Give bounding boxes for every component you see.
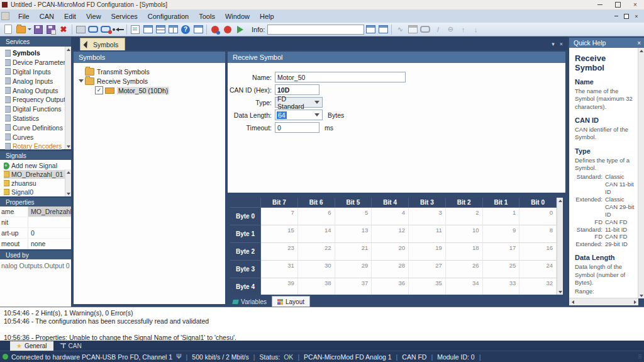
bit-cell[interactable]: 9 (483, 225, 520, 243)
scroll-down-button[interactable] (65, 144, 71, 149)
tab-symbols[interactable]: Symbols (80, 38, 125, 50)
panel-close-button[interactable]: × (560, 41, 563, 47)
bit-cell[interactable]: 16 (519, 243, 557, 261)
panel-pin-button[interactable]: ▾ (552, 41, 555, 47)
bit-cell[interactable]: 29 (335, 261, 372, 278)
sidebar-item-curves[interactable]: Curves (5, 132, 65, 142)
bit-cell[interactable]: 17 (483, 243, 520, 261)
sidebar-item-curve-definitions[interactable]: Curve Definitions (5, 123, 65, 132)
menu-file[interactable]: File (13, 11, 35, 22)
checkbox-checked[interactable]: ✓ (95, 86, 103, 94)
run-button[interactable] (235, 24, 246, 35)
bit-cell[interactable]: 25 (483, 261, 520, 278)
window-split-vertical-button[interactable] (167, 24, 179, 35)
mdi-close-button[interactable]: × (631, 12, 641, 20)
bit-cell[interactable]: 28 (372, 261, 409, 278)
bit-cell[interactable]: 13 (335, 225, 372, 243)
info-window-button[interactable] (192, 24, 204, 35)
bit-cell[interactable]: 26 (446, 261, 483, 278)
canid-input[interactable] (275, 84, 319, 95)
move-down-button[interactable]: ↓ (470, 24, 481, 35)
graph-button[interactable] (407, 24, 418, 35)
tab-variables[interactable]: Variables (228, 297, 272, 307)
close-button[interactable]: × (626, 0, 644, 9)
menu-services[interactable]: Services (106, 11, 143, 22)
mdi-minimize-button[interactable] (611, 12, 621, 20)
sidebar-item-frequency-outputs[interactable]: Frequency Outputs (5, 95, 65, 105)
signal-item-zhuansu[interactable]: zhuansu (4, 179, 65, 188)
menu-edit[interactable]: Edit (59, 11, 81, 22)
tree-item-receive-symbols[interactable]: Receive Symbols (79, 76, 224, 86)
signal-item-mo-drehzahl-01[interactable]: MO_Drehzahl_01 (4, 170, 65, 179)
datalength-select[interactable]: 64 (275, 110, 323, 120)
add-new-signal-button[interactable]: +Add new Signal (4, 161, 65, 170)
signals-scrollbar[interactable] (65, 169, 71, 196)
scroll-down-button[interactable] (65, 191, 71, 196)
bit-cell[interactable]: 36 (372, 278, 409, 295)
sidebar-item-analog-outputs[interactable]: Analog Outputs (5, 86, 65, 95)
menu-view[interactable]: View (81, 11, 106, 22)
bitgrid-scrollbar[interactable] (557, 198, 563, 295)
menu-can[interactable]: CAN (35, 11, 59, 22)
module-button[interactable] (75, 24, 86, 35)
draw-button[interactable]: / (432, 24, 443, 35)
bit-cell[interactable]: 10 (446, 225, 483, 243)
bit-cell[interactable]: 8 (519, 225, 557, 243)
remove-point-button[interactable]: ⊖ (445, 24, 456, 35)
bit-cell[interactable]: 15 (261, 225, 298, 243)
scroll-right-button[interactable] (632, 299, 638, 305)
sidebar-item-analog-inputs[interactable]: Analog Inputs (5, 76, 65, 86)
save-button[interactable] (33, 24, 44, 35)
bit-cell[interactable]: 31 (261, 261, 298, 278)
bit-cell[interactable]: 24 (519, 261, 557, 278)
bit-cell[interactable]: 2 (446, 208, 483, 225)
bit-cell[interactable]: 6 (298, 208, 335, 225)
bit-cell[interactable]: 19 (409, 243, 446, 261)
quick-help-close-button[interactable]: × (637, 40, 641, 47)
window-cascade-button[interactable] (142, 24, 153, 35)
unlink-button[interactable] (100, 24, 111, 35)
sidebar-item-rotary-encoders[interactable]: Rotary Encoders (5, 142, 65, 151)
send-periodic-button[interactable] (377, 24, 389, 35)
branch-button[interactable] (419, 24, 431, 35)
quick-help-hscrollbar[interactable] (569, 298, 638, 305)
timeout-input[interactable] (275, 122, 319, 133)
log-tab-general[interactable]: ★General (10, 341, 53, 351)
sidebar-item-statistics[interactable]: Statistics (5, 114, 65, 123)
maximize-button[interactable] (609, 0, 626, 9)
scroll-up-button[interactable] (557, 198, 563, 203)
delete-button[interactable]: ✖ (58, 24, 69, 35)
bit-cell[interactable]: 1 (483, 208, 520, 225)
menu-window[interactable]: Window (220, 11, 255, 22)
menu-tools[interactable]: Tools (194, 11, 220, 22)
bit-cell[interactable]: 12 (372, 225, 409, 243)
menu-configuration[interactable]: Configuration (143, 11, 194, 22)
bit-cell[interactable]: 38 (298, 278, 335, 295)
bit-cell[interactable]: 4 (372, 208, 409, 225)
resize-grip[interactable]: ⠿ (638, 354, 642, 360)
tree-item-transmit-symbols[interactable]: Transmit Symbols (79, 67, 224, 76)
name-input[interactable] (275, 72, 406, 82)
properties-form-button[interactable] (130, 24, 141, 35)
bit-cell[interactable]: 21 (335, 243, 372, 261)
save-as-button[interactable] (45, 24, 57, 35)
bit-cell[interactable]: 23 (261, 243, 298, 261)
expander-icon[interactable] (79, 79, 84, 82)
new-file-button[interactable] (3, 24, 14, 35)
bit-cell[interactable]: 34 (446, 278, 483, 295)
mdi-restore-button[interactable] (621, 12, 631, 20)
log-tab-can[interactable]: CAN (53, 341, 88, 351)
sidebar-item-digital-functions[interactable]: Digital Functions (5, 105, 65, 114)
property-value[interactable]: 0 (28, 228, 71, 238)
services-scrollbar[interactable] (65, 47, 71, 149)
sidebar-item-digital-inputs[interactable]: Digital Inputs (5, 67, 65, 77)
scroll-down-button[interactable] (557, 289, 563, 295)
open-dropdown-icon[interactable] (28, 28, 31, 30)
bit-cell[interactable]: 14 (298, 225, 335, 243)
disconnect-button[interactable] (113, 24, 124, 35)
sidebar-item-symbols[interactable]: Symbols (5, 48, 65, 58)
quick-help-scrollbar[interactable] (638, 48, 644, 298)
record-info-button[interactable] (209, 24, 221, 35)
info-input[interactable] (267, 25, 364, 35)
trace-wave-button[interactable]: ∿ (394, 24, 406, 35)
